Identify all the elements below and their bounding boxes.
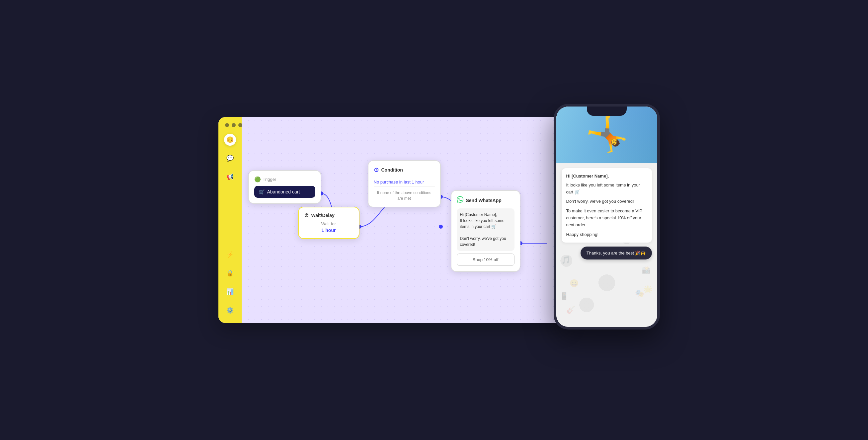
wait-header: ⏱ Wait/Delay [304,213,353,218]
timer-icon: ⏱ [304,213,309,218]
workflow-canvas: 🟢 Trigger 🛒 Abandoned cart ⏱ Wait/Delay … [242,117,567,323]
whatsapp-icon [457,196,463,205]
trigger-icon: 🟢 [254,176,261,183]
chat-greeting: Hi [Customer Name], [566,173,647,180]
shop-button[interactable]: Shop 10% off [457,253,515,266]
phone-vol-buttons [554,140,554,167]
wait-value: 1 hour [304,228,353,233]
app-sidebar: 😊 💬 📢 ⚡ 🔒 📊 ⚙️ [218,117,242,323]
condition-item: No purchase in last 1 hour [374,178,435,187]
vol-btn-down [554,155,554,167]
trigger-label: 🟢 Trigger [254,176,315,183]
sidebar-icon-lock[interactable]: 🔒 [224,267,236,279]
wait-body: Wait for 1 hour [304,221,353,233]
sidebar-icon-broadcast[interactable]: 📢 [224,171,236,183]
whatsapp-header: Send WhatsApp [457,196,515,205]
whatsapp-node[interactable]: Send WhatsApp Hi [Customer Name], It loo… [451,190,521,272]
sidebar-icon-settings[interactable]: ⚙️ [224,304,236,316]
browser-window: 😊 💬 📢 ⚡ 🔒 📊 ⚙️ [218,117,567,323]
condition-node[interactable]: ⊙ Condition No purchase in last 1 hour I… [368,160,441,208]
cart-icon: 🛒 [259,189,265,194]
wait-delay-node[interactable]: ⏱ Wait/Delay Wait for 1 hour [298,207,360,239]
phone-chat-area: Hi [Customer Name], It looks like you le… [556,163,657,265]
phone-screen: 👤 ❤️ 📞 🎵 📸 😀 📱 🌟 🎭 🎸 🤸 [556,106,657,327]
condition-else: If none of the above conditions are met [374,190,435,201]
trigger-node[interactable]: 🟢 Trigger 🛒 Abandoned cart [248,170,321,204]
sidebar-icon-analytics[interactable]: 📊 [224,286,236,297]
chat-message: Hi [Customer Name], It looks like you le… [562,168,652,243]
dot-red [225,123,229,127]
chat-line1: It looks like you left some items in you… [566,182,647,196]
chat-line3: To make it even easier to become a VIP c… [566,208,647,228]
phone-mockup: 👤 ❤️ 📞 🎵 📸 😀 📱 🌟 🎭 🎸 🤸 [554,104,660,329]
trigger-content: 🛒 Abandoned cart [254,186,315,198]
dot-yellow [232,123,236,127]
whatsapp-bubble: Hi [Customer Name], It looks like you le… [457,209,515,251]
sidebar-icon-emoji[interactable]: 😊 [224,134,236,146]
sidebar-icon-chat[interactable]: 💬 [224,152,236,164]
dot-green [238,123,242,127]
phone-side-button [659,153,660,173]
main-scene: 😊 💬 📢 ⚡ 🔒 📊 ⚙️ [218,104,650,336]
chat-reply: Thanks, you are the best 🎉🙌 [581,247,652,259]
chat-line4: Happy shopping! [566,231,647,238]
phone-notch [587,106,627,116]
condition-header: ⊙ Condition [374,166,435,174]
conn-dot-condition-else [439,225,443,229]
phone-frame: 👤 ❤️ 📞 🎵 📸 😀 📱 🌟 🎭 🎸 🤸 [554,104,660,329]
sidebar-icon-automation[interactable]: ⚡ [224,249,236,260]
chat-line2: Don't worry, we've got you covered! [566,198,647,205]
vol-btn-up [554,140,554,151]
condition-icon: ⊙ [374,166,379,174]
browser-dots [225,123,242,127]
